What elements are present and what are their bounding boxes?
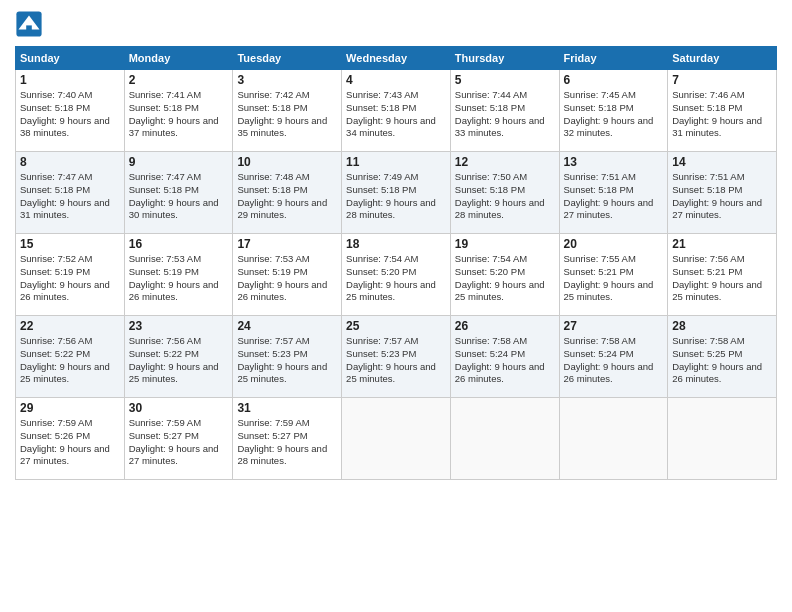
calendar-cell: 20 Sunrise: 7:55 AMSunset: 5:21 PMDaylig… — [559, 234, 668, 316]
day-number: 13 — [564, 155, 664, 169]
day-info: Sunrise: 7:58 AMSunset: 5:25 PMDaylight:… — [672, 335, 772, 386]
day-info: Sunrise: 7:44 AMSunset: 5:18 PMDaylight:… — [455, 89, 555, 140]
calendar-cell: 15 Sunrise: 7:52 AMSunset: 5:19 PMDaylig… — [16, 234, 125, 316]
day-info: Sunrise: 7:56 AMSunset: 5:22 PMDaylight:… — [20, 335, 120, 386]
day-info: Sunrise: 7:53 AMSunset: 5:19 PMDaylight:… — [129, 253, 229, 304]
calendar-cell: 6 Sunrise: 7:45 AMSunset: 5:18 PMDayligh… — [559, 70, 668, 152]
day-info: Sunrise: 7:40 AMSunset: 5:18 PMDaylight:… — [20, 89, 120, 140]
day-number: 30 — [129, 401, 229, 415]
day-info: Sunrise: 7:52 AMSunset: 5:19 PMDaylight:… — [20, 253, 120, 304]
day-number: 21 — [672, 237, 772, 251]
day-info: Sunrise: 7:58 AMSunset: 5:24 PMDaylight:… — [564, 335, 664, 386]
calendar-week-2: 8 Sunrise: 7:47 AMSunset: 5:18 PMDayligh… — [16, 152, 777, 234]
day-number: 15 — [20, 237, 120, 251]
day-number: 7 — [672, 73, 772, 87]
day-number: 4 — [346, 73, 446, 87]
day-info: Sunrise: 7:57 AMSunset: 5:23 PMDaylight:… — [346, 335, 446, 386]
calendar-cell: 29 Sunrise: 7:59 AMSunset: 5:26 PMDaylig… — [16, 398, 125, 480]
calendar-cell: 4 Sunrise: 7:43 AMSunset: 5:18 PMDayligh… — [342, 70, 451, 152]
calendar-header-wednesday: Wednesday — [342, 47, 451, 70]
day-info: Sunrise: 7:49 AMSunset: 5:18 PMDaylight:… — [346, 171, 446, 222]
calendar-header-thursday: Thursday — [450, 47, 559, 70]
day-number: 6 — [564, 73, 664, 87]
day-info: Sunrise: 7:41 AMSunset: 5:18 PMDaylight:… — [129, 89, 229, 140]
calendar-header-sunday: Sunday — [16, 47, 125, 70]
calendar: SundayMondayTuesdayWednesdayThursdayFrid… — [15, 46, 777, 480]
calendar-cell: 10 Sunrise: 7:48 AMSunset: 5:18 PMDaylig… — [233, 152, 342, 234]
day-number: 8 — [20, 155, 120, 169]
calendar-cell — [668, 398, 777, 480]
day-info: Sunrise: 7:54 AMSunset: 5:20 PMDaylight:… — [346, 253, 446, 304]
calendar-week-3: 15 Sunrise: 7:52 AMSunset: 5:19 PMDaylig… — [16, 234, 777, 316]
calendar-cell: 19 Sunrise: 7:54 AMSunset: 5:20 PMDaylig… — [450, 234, 559, 316]
day-info: Sunrise: 7:50 AMSunset: 5:18 PMDaylight:… — [455, 171, 555, 222]
day-number: 20 — [564, 237, 664, 251]
day-info: Sunrise: 7:59 AMSunset: 5:26 PMDaylight:… — [20, 417, 120, 468]
calendar-cell: 26 Sunrise: 7:58 AMSunset: 5:24 PMDaylig… — [450, 316, 559, 398]
calendar-header-monday: Monday — [124, 47, 233, 70]
calendar-cell: 24 Sunrise: 7:57 AMSunset: 5:23 PMDaylig… — [233, 316, 342, 398]
day-number: 23 — [129, 319, 229, 333]
calendar-cell: 7 Sunrise: 7:46 AMSunset: 5:18 PMDayligh… — [668, 70, 777, 152]
calendar-header-saturday: Saturday — [668, 47, 777, 70]
calendar-header-tuesday: Tuesday — [233, 47, 342, 70]
header — [15, 10, 777, 38]
calendar-cell: 1 Sunrise: 7:40 AMSunset: 5:18 PMDayligh… — [16, 70, 125, 152]
day-number: 19 — [455, 237, 555, 251]
calendar-cell: 27 Sunrise: 7:58 AMSunset: 5:24 PMDaylig… — [559, 316, 668, 398]
calendar-week-4: 22 Sunrise: 7:56 AMSunset: 5:22 PMDaylig… — [16, 316, 777, 398]
calendar-cell: 17 Sunrise: 7:53 AMSunset: 5:19 PMDaylig… — [233, 234, 342, 316]
day-info: Sunrise: 7:56 AMSunset: 5:22 PMDaylight:… — [129, 335, 229, 386]
day-info: Sunrise: 7:48 AMSunset: 5:18 PMDaylight:… — [237, 171, 337, 222]
day-info: Sunrise: 7:47 AMSunset: 5:18 PMDaylight:… — [20, 171, 120, 222]
calendar-cell — [559, 398, 668, 480]
day-number: 10 — [237, 155, 337, 169]
calendar-body: 1 Sunrise: 7:40 AMSunset: 5:18 PMDayligh… — [16, 70, 777, 480]
calendar-cell: 5 Sunrise: 7:44 AMSunset: 5:18 PMDayligh… — [450, 70, 559, 152]
calendar-cell: 9 Sunrise: 7:47 AMSunset: 5:18 PMDayligh… — [124, 152, 233, 234]
day-info: Sunrise: 7:51 AMSunset: 5:18 PMDaylight:… — [564, 171, 664, 222]
day-info: Sunrise: 7:47 AMSunset: 5:18 PMDaylight:… — [129, 171, 229, 222]
day-info: Sunrise: 7:54 AMSunset: 5:20 PMDaylight:… — [455, 253, 555, 304]
day-number: 16 — [129, 237, 229, 251]
day-number: 31 — [237, 401, 337, 415]
calendar-cell: 25 Sunrise: 7:57 AMSunset: 5:23 PMDaylig… — [342, 316, 451, 398]
day-number: 24 — [237, 319, 337, 333]
calendar-cell: 31 Sunrise: 7:59 AMSunset: 5:27 PMDaylig… — [233, 398, 342, 480]
day-number: 25 — [346, 319, 446, 333]
day-info: Sunrise: 7:46 AMSunset: 5:18 PMDaylight:… — [672, 89, 772, 140]
day-info: Sunrise: 7:57 AMSunset: 5:23 PMDaylight:… — [237, 335, 337, 386]
calendar-week-1: 1 Sunrise: 7:40 AMSunset: 5:18 PMDayligh… — [16, 70, 777, 152]
day-info: Sunrise: 7:58 AMSunset: 5:24 PMDaylight:… — [455, 335, 555, 386]
calendar-cell: 13 Sunrise: 7:51 AMSunset: 5:18 PMDaylig… — [559, 152, 668, 234]
day-number: 1 — [20, 73, 120, 87]
day-number: 17 — [237, 237, 337, 251]
day-number: 11 — [346, 155, 446, 169]
day-number: 9 — [129, 155, 229, 169]
calendar-cell: 22 Sunrise: 7:56 AMSunset: 5:22 PMDaylig… — [16, 316, 125, 398]
calendar-header-row: SundayMondayTuesdayWednesdayThursdayFrid… — [16, 47, 777, 70]
day-info: Sunrise: 7:56 AMSunset: 5:21 PMDaylight:… — [672, 253, 772, 304]
calendar-cell: 23 Sunrise: 7:56 AMSunset: 5:22 PMDaylig… — [124, 316, 233, 398]
calendar-cell: 21 Sunrise: 7:56 AMSunset: 5:21 PMDaylig… — [668, 234, 777, 316]
day-info: Sunrise: 7:53 AMSunset: 5:19 PMDaylight:… — [237, 253, 337, 304]
day-info: Sunrise: 7:51 AMSunset: 5:18 PMDaylight:… — [672, 171, 772, 222]
svg-rect-2 — [26, 25, 32, 32]
calendar-cell: 12 Sunrise: 7:50 AMSunset: 5:18 PMDaylig… — [450, 152, 559, 234]
day-info: Sunrise: 7:45 AMSunset: 5:18 PMDaylight:… — [564, 89, 664, 140]
calendar-cell: 16 Sunrise: 7:53 AMSunset: 5:19 PMDaylig… — [124, 234, 233, 316]
logo — [15, 10, 45, 38]
day-info: Sunrise: 7:55 AMSunset: 5:21 PMDaylight:… — [564, 253, 664, 304]
day-number: 27 — [564, 319, 664, 333]
calendar-cell: 14 Sunrise: 7:51 AMSunset: 5:18 PMDaylig… — [668, 152, 777, 234]
calendar-cell: 8 Sunrise: 7:47 AMSunset: 5:18 PMDayligh… — [16, 152, 125, 234]
calendar-header-friday: Friday — [559, 47, 668, 70]
day-number: 18 — [346, 237, 446, 251]
calendar-cell: 18 Sunrise: 7:54 AMSunset: 5:20 PMDaylig… — [342, 234, 451, 316]
day-number: 22 — [20, 319, 120, 333]
day-number: 28 — [672, 319, 772, 333]
day-number: 5 — [455, 73, 555, 87]
day-info: Sunrise: 7:59 AMSunset: 5:27 PMDaylight:… — [129, 417, 229, 468]
calendar-cell: 28 Sunrise: 7:58 AMSunset: 5:25 PMDaylig… — [668, 316, 777, 398]
day-info: Sunrise: 7:42 AMSunset: 5:18 PMDaylight:… — [237, 89, 337, 140]
